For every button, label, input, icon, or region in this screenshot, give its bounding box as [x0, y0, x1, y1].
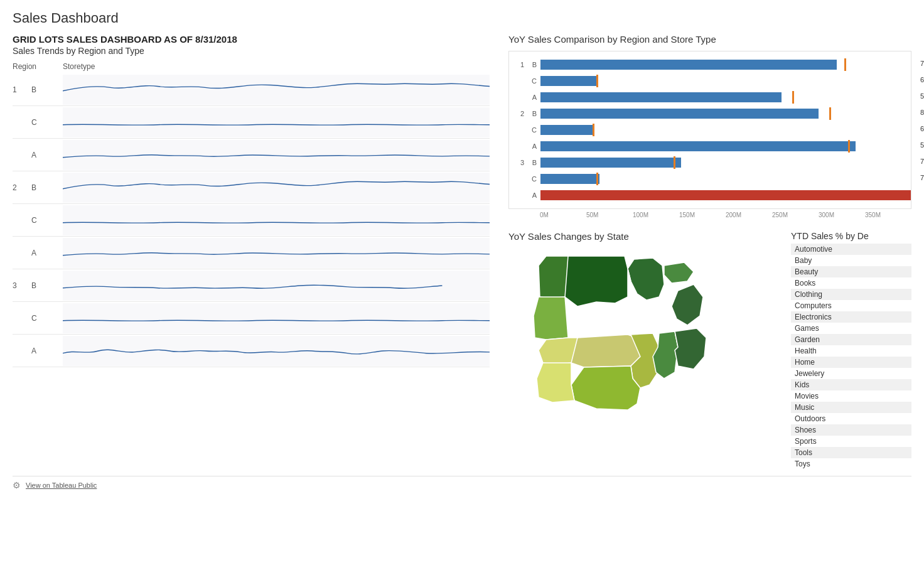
categories-section: YTD Sales % by De AutomotiveBabyBeautyBo… — [791, 231, 911, 470]
trend-row: A — [13, 335, 490, 367]
yoy-bar — [540, 190, 911, 200]
category-item[interactable]: Electronics — [791, 311, 911, 323]
svg-marker-16 — [539, 256, 568, 298]
trend-storetype-label: B — [31, 85, 63, 94]
yoy-storetype-label: B — [527, 61, 540, 68]
yoy-storetype-label: A — [527, 142, 540, 150]
yoy-bar-area — [540, 188, 911, 202]
yoy-value-label: 7.0% — [920, 174, 924, 181]
trend-row: 1B — [13, 73, 490, 106]
trend-row: 3B — [13, 269, 490, 302]
yoy-row: A5.4% — [509, 89, 911, 105]
yoy-storetype-label: C — [527, 77, 540, 85]
yoy-row: C6.9% — [509, 73, 911, 89]
category-list: AutomotiveBabyBeautyBooksClothingCompute… — [791, 244, 911, 470]
svg-rect-1 — [63, 107, 490, 137]
yoy-row: C6.1% — [509, 122, 911, 138]
footer: ⚙ View on Tableau Public — [13, 476, 911, 490]
yoy-region-label: 1 — [509, 61, 527, 68]
svg-rect-5 — [63, 238, 490, 268]
trend-row: A — [13, 237, 490, 269]
yoy-storetype-label: B — [527, 110, 540, 117]
category-item[interactable]: Automotive — [791, 244, 911, 255]
yoy-row: 1B7.7% — [509, 56, 911, 73]
category-item[interactable]: Jewelery — [791, 368, 911, 379]
yoy-value-label: 6.9% — [920, 76, 924, 83]
footer-link[interactable]: View on Tableau Public — [26, 481, 97, 489]
category-item[interactable]: Health — [791, 345, 911, 357]
trend-row: A — [13, 139, 490, 171]
categories-title: YTD Sales % by De — [791, 231, 911, 241]
yoy-bar — [540, 141, 856, 151]
category-item[interactable]: Home — [791, 357, 911, 368]
svg-rect-3 — [63, 173, 490, 203]
yoy-title: YoY Sales Comparison by Region and Store… — [508, 34, 911, 45]
category-item[interactable]: Games — [791, 323, 911, 334]
svg-rect-8 — [63, 336, 490, 366]
category-item[interactable]: Clothing — [791, 289, 911, 300]
category-item[interactable]: Kids — [791, 379, 911, 390]
map-title: YoY Sales Changes by State — [508, 231, 778, 242]
trend-line-chart — [63, 205, 490, 235]
category-item[interactable]: Baby — [791, 255, 911, 266]
category-item[interactable]: Garden — [791, 334, 911, 345]
yoy-bar — [540, 125, 593, 135]
yoy-axis-tick: 50M — [586, 212, 633, 218]
trend-storetype-label: A — [31, 151, 63, 159]
category-item[interactable]: Sports — [791, 436, 911, 447]
category-item[interactable]: Music — [791, 402, 911, 413]
yoy-value-label: 6.1% — [920, 125, 924, 132]
yoy-bar-area: 5.4% — [540, 90, 911, 104]
svg-rect-4 — [63, 205, 490, 235]
category-item[interactable]: Toys — [791, 458, 911, 470]
yoy-value-label: 5.3% — [920, 141, 924, 149]
category-item[interactable]: Computers — [791, 300, 911, 311]
category-item[interactable]: Outdoors — [791, 413, 911, 424]
yoy-marker — [792, 91, 794, 104]
yoy-bar-area: 8.8% — [540, 107, 911, 121]
yoy-marker — [593, 124, 594, 136]
svg-rect-2 — [63, 140, 490, 170]
yoy-row: A — [509, 187, 911, 203]
category-item[interactable]: Beauty — [791, 266, 911, 277]
yoy-axis-tick: 150M — [679, 212, 726, 218]
category-item[interactable]: Tools — [791, 447, 911, 458]
trend-row: 2B — [13, 171, 490, 204]
yoy-value-label: 7.7% — [920, 60, 924, 67]
yoy-value-label: 8.8% — [920, 109, 924, 116]
trend-storetype-label: A — [31, 347, 63, 355]
trend-storetype-label: A — [31, 249, 63, 257]
trend-region-label: 1 — [13, 85, 31, 94]
category-item[interactable]: Books — [791, 277, 911, 289]
yoy-axis-tick: 350M — [865, 212, 911, 218]
yoy-bar — [540, 76, 596, 86]
trend-line-chart — [63, 75, 490, 105]
svg-rect-7 — [63, 303, 490, 333]
category-item[interactable]: Shoes — [791, 424, 911, 436]
trend-row: C — [13, 302, 490, 335]
svg-marker-12 — [559, 256, 631, 306]
svg-marker-17 — [534, 297, 568, 340]
trend-line-chart — [63, 303, 490, 333]
svg-marker-18 — [539, 338, 578, 365]
map-container — [508, 247, 778, 422]
yoy-marker — [848, 140, 850, 153]
trend-storetype-label: C — [31, 314, 63, 323]
trend-row: C — [13, 204, 490, 237]
page-title: Sales Dashboard — [13, 10, 911, 26]
svg-marker-21 — [675, 328, 706, 369]
map-svg — [508, 247, 778, 422]
yoy-region-label: 3 — [509, 159, 527, 166]
yoy-bar-area: 7.4% — [540, 156, 911, 169]
yoy-bar — [540, 158, 681, 168]
yoy-bar-chart: 1B7.7%C6.9%A5.4%2B8.8%C6.1%A5.3%3B7.4%C7… — [508, 51, 911, 209]
category-item[interactable]: Movies — [791, 390, 911, 402]
trend-region-label: 3 — [13, 281, 31, 290]
yoy-bar-area: 7.7% — [540, 58, 911, 72]
bottom-section: YoY Sales Changes by State — [508, 231, 911, 470]
yoy-row: A5.3% — [509, 138, 911, 154]
yoy-marker — [674, 156, 675, 169]
yoy-axis-tick: 0M — [540, 212, 586, 218]
yoy-region-label: 2 — [509, 110, 527, 117]
section-subheader: Sales Trends by Region and Type — [13, 46, 490, 56]
